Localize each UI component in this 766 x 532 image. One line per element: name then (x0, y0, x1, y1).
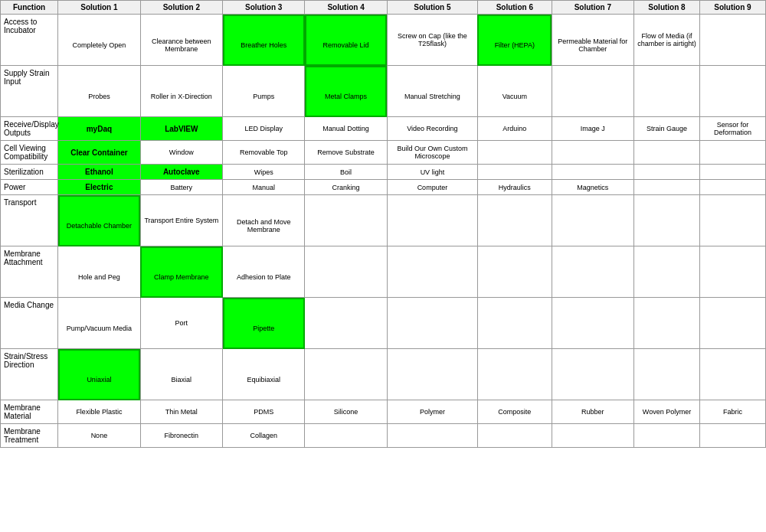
function-label-7: Membrane Attachment (1, 246, 58, 298)
cell-row6-sol4 (305, 195, 387, 246)
cell-row8-sol1: Pump Pump/Vacuum Media (58, 298, 140, 349)
cell-row2-sol6: Arduino (477, 117, 552, 141)
function-label-3: Cell Viewing Compatibility (1, 141, 58, 165)
cell-row1-sol2: X Roller in X-Direction (140, 66, 222, 117)
cell-row6-sol8 (634, 195, 700, 246)
cell-row11-sol5 (387, 424, 477, 448)
cell-row7-sol9 (699, 246, 765, 298)
cell-row11-sol7 (552, 424, 633, 448)
header-sol7: Solution 7 (552, 1, 633, 15)
cell-row0-sol2: Clearance between Membrane (140, 15, 222, 66)
function-label-2: Receive/Display Outputs (1, 117, 58, 141)
cell-row9-sol2: Biaxial (140, 349, 222, 400)
cell-row9-sol3: Equibiaxial (223, 349, 305, 400)
cell-row10-sol5: Polymer (387, 400, 477, 424)
cell-row2-sol8: Strain Gauge (634, 117, 700, 141)
cell-row2-sol5: Video Recording (387, 117, 477, 141)
cell-row0-sol1: Open Completely Open (58, 15, 140, 66)
cell-row8-sol6 (477, 298, 552, 349)
function-label-9: Strain/Stress Direction (1, 349, 58, 400)
cell-row5-sol4: Cranking (305, 180, 387, 195)
cell-row6-sol1: Detachable Chamber (58, 195, 140, 246)
cell-row1-sol4: Metal Clamps (305, 66, 387, 117)
cell-row6-sol9 (699, 195, 765, 246)
cell-row7-sol1: Hole and Peg (58, 246, 140, 298)
function-label-4: Sterilization (1, 165, 58, 180)
function-label-1: Supply Strain Input (1, 66, 58, 117)
header-function: Function (1, 1, 58, 15)
cell-row11-sol4 (305, 424, 387, 448)
cell-row9-sol1: ε Uniaxial (58, 349, 140, 400)
function-label-0: Access to Incubator (1, 15, 58, 66)
cell-row6-sol7 (552, 195, 633, 246)
cell-row3-sol5: Build Our Own Custom Microscope (387, 141, 477, 165)
cell-row8-sol9 (699, 298, 765, 349)
cell-row4-sol1: Ethanol (58, 165, 140, 180)
cell-row3-sol6 (477, 141, 552, 165)
cell-row11-sol9 (699, 424, 765, 448)
cell-row5-sol2: Battery (140, 180, 222, 195)
cell-row4-sol5: UV light (387, 165, 477, 180)
cell-row1-sol3: Pumps (223, 66, 305, 117)
cell-row11-sol3: Collagen (223, 424, 305, 448)
cell-row9-sol5 (387, 349, 477, 400)
header-sol3: Solution 3 (223, 1, 305, 15)
cell-row5-sol9 (699, 180, 765, 195)
cell-row7-sol2: Clamp Membrane (140, 246, 222, 298)
function-label-8: Media Change (1, 298, 58, 349)
cell-row1-sol1: Probes (58, 66, 140, 117)
cell-row3-sol9 (699, 141, 765, 165)
cell-row3-sol2: Window (140, 141, 222, 165)
header-sol5: Solution 5 (387, 1, 477, 15)
cell-row0-sol8: Flow of Media (if chamber is airtight) (634, 15, 700, 66)
cell-row1-sol6: Vacuum (477, 66, 552, 117)
cell-row2-sol9: Sensor for Deformation (699, 117, 765, 141)
cell-row7-sol7 (552, 246, 633, 298)
cell-row1-sol8 (634, 66, 700, 117)
cell-row2-sol2: LabVIEW (140, 117, 222, 141)
cell-row4-sol7 (552, 165, 633, 180)
cell-row3-sol1: Clear Container (58, 141, 140, 165)
cell-row10-sol2: Thin Metal (140, 400, 222, 424)
cell-row8-sol8 (634, 298, 700, 349)
header-sol8: Solution 8 (634, 1, 700, 15)
cell-row7-sol6 (477, 246, 552, 298)
function-label-11: Membrane Treatment (1, 424, 58, 448)
cell-row4-sol9 (699, 165, 765, 180)
cell-row7-sol8 (634, 246, 700, 298)
cell-row7-sol3: Adhesion to Plate (223, 246, 305, 298)
cell-row10-sol6: Composite (477, 400, 552, 424)
function-label-6: Transport (1, 195, 58, 246)
cell-row5-sol6: Hydraulics (477, 180, 552, 195)
cell-row8-sol7 (552, 298, 633, 349)
cell-row5-sol3: Manual (223, 180, 305, 195)
header-sol4: Solution 4 (305, 1, 387, 15)
cell-row9-sol8 (634, 349, 700, 400)
cell-row3-sol7 (552, 141, 633, 165)
cell-row7-sol4 (305, 246, 387, 298)
cell-row6-sol6 (477, 195, 552, 246)
cell-row10-sol1: Flexible Plastic (58, 400, 140, 424)
cell-row4-sol8 (634, 165, 700, 180)
cell-row0-sol3: Breather Holes (223, 15, 305, 66)
cell-row5-sol7: Magnetics (552, 180, 633, 195)
cell-row9-sol6 (477, 349, 552, 400)
cell-row4-sol2: Autoclave (140, 165, 222, 180)
cell-row2-sol3: LED Display (223, 117, 305, 141)
cell-row8-sol4 (305, 298, 387, 349)
cell-row10-sol4: Silicone (305, 400, 387, 424)
function-label-5: Power (1, 180, 58, 195)
cell-row11-sol2: Fibronectin (140, 424, 222, 448)
cell-row5-sol5: Computer (387, 180, 477, 195)
cell-row3-sol3: Removable Top (223, 141, 305, 165)
cell-row1-sol5: Manual Stretching (387, 66, 477, 117)
header-sol1: Solution 1 (58, 1, 140, 15)
cell-row0-sol4: Removable Lid (305, 15, 387, 66)
cell-row6-sol3: Detach and Move Membrane (223, 195, 305, 246)
cell-row2-sol4: Manual Dotting (305, 117, 387, 141)
cell-row5-sol8 (634, 180, 700, 195)
cell-row10-sol9: Fabric (699, 400, 765, 424)
cell-row9-sol9 (699, 349, 765, 400)
cell-row11-sol1: None (58, 424, 140, 448)
cell-row1-sol7 (552, 66, 633, 117)
